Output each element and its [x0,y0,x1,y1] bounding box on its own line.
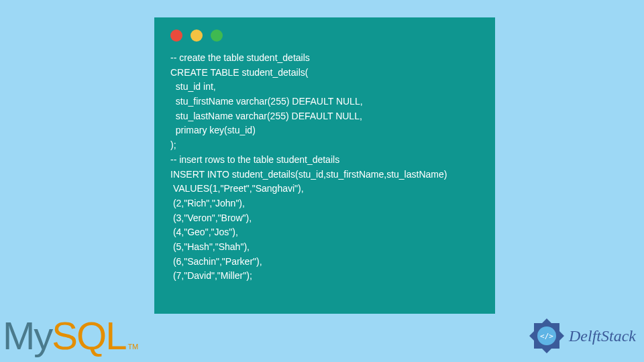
minimize-icon[interactable] [191,29,203,42]
mysql-logo: MySQLTM [3,313,138,358]
delftstack-text: DelftStack [569,327,636,345]
mysql-logo-tm: TM [127,343,138,351]
window-controls [154,25,495,51]
delftstack-badge-icon: </> [529,318,565,354]
code-window: -- create the table student_details CREA… [154,17,495,314]
close-icon[interactable] [170,29,182,42]
svg-text:</>: </> [540,332,553,341]
sql-code-block: -- create the table student_details CREA… [154,51,495,297]
mysql-logo-my: My [3,314,52,357]
mysql-logo-sql: SQL [52,314,125,357]
delftstack-logo: </> DelftStack [529,318,636,354]
maximize-icon[interactable] [211,29,223,42]
